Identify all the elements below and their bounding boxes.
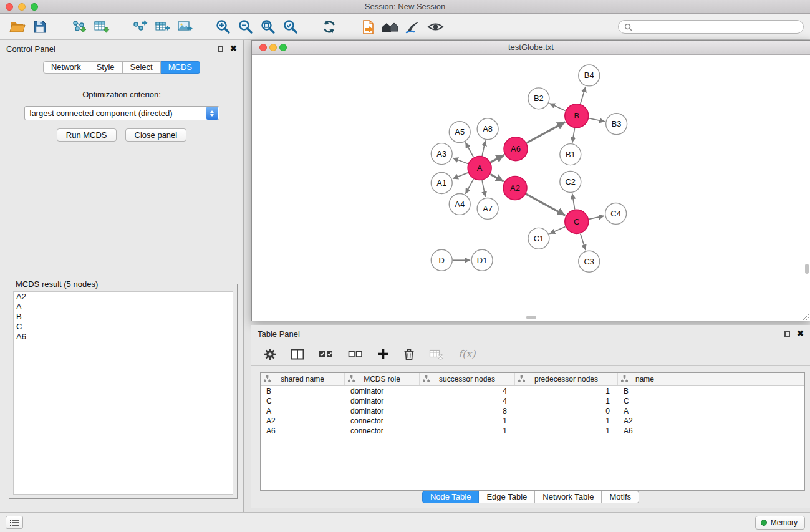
network-edge-C-C4[interactable] <box>589 216 604 219</box>
table-row[interactable]: A6connector11A6 <box>261 426 804 436</box>
column-header-shared-name[interactable]: shared name <box>261 373 345 385</box>
network-canvas[interactable]: B4B2BB3A5A8A6B1A3AC2A1A2A4A7CC4C1C3DD1 <box>252 56 810 321</box>
zoom-in-button[interactable] <box>212 16 234 37</box>
table-cell[interactable]: A6 <box>618 426 672 436</box>
zoom-window-button[interactable] <box>31 3 38 11</box>
network-node-C2[interactable]: C2 <box>560 172 581 193</box>
mcds-result-item[interactable]: B <box>14 312 233 322</box>
network-edge-A-A4[interactable] <box>465 179 473 194</box>
style-paint-button[interactable] <box>402 16 424 37</box>
network-node-B4[interactable]: B4 <box>579 65 600 86</box>
export-document-button[interactable] <box>357 16 379 37</box>
network-edge-A-A1[interactable] <box>453 173 468 179</box>
table-cell[interactable]: C <box>618 396 672 406</box>
table-cell[interactable]: A <box>618 406 672 416</box>
tab-node-table[interactable]: Node Table <box>422 491 480 503</box>
network-node-A8[interactable]: A8 <box>477 118 498 140</box>
table-row[interactable]: Bdominator41B <box>261 386 804 396</box>
delete-column-button[interactable] <box>403 348 415 360</box>
tab-style[interactable]: Style <box>89 61 123 74</box>
zoom-out-button[interactable] <box>234 16 257 37</box>
table-cell[interactable]: 0 <box>515 406 618 416</box>
network-node-C1[interactable]: C1 <box>528 228 549 249</box>
network-edge-C-C2[interactable] <box>572 193 575 209</box>
close-panel-button[interactable]: ✖ <box>230 46 237 52</box>
table-row[interactable]: Cdominator41C <box>261 396 804 406</box>
export-table-button[interactable] <box>151 16 173 37</box>
table-cell[interactable]: dominator <box>345 386 420 396</box>
tab-select[interactable]: Select <box>123 61 161 74</box>
network-edge-A-A8[interactable] <box>482 140 485 156</box>
zoom-fit-button[interactable] <box>257 16 279 37</box>
tab-edge-table[interactable]: Edge Table <box>479 491 535 503</box>
network-node-A5[interactable]: A5 <box>449 122 470 143</box>
network-node-B3[interactable]: B3 <box>606 114 627 135</box>
network-node-C4[interactable]: C4 <box>605 203 627 224</box>
criterion-select-stepper[interactable] <box>206 107 218 120</box>
zoom-selected-button[interactable] <box>279 16 302 37</box>
network-node-D1[interactable]: D1 <box>471 249 493 271</box>
table-row[interactable]: A2connector11A2 <box>261 416 804 426</box>
network-edge-C-C1[interactable] <box>549 226 565 233</box>
refresh-view-button[interactable] <box>318 16 340 37</box>
network-edge-A-A3[interactable] <box>453 158 468 163</box>
network-minimize-button[interactable] <box>269 44 277 51</box>
tab-motifs[interactable]: Motifs <box>602 491 639 503</box>
criterion-select[interactable]: largest connected component (directed) <box>24 106 219 120</box>
network-edge-A-A2[interactable] <box>491 174 504 181</box>
network-edge-B-B3[interactable] <box>589 118 605 122</box>
network-node-B[interactable]: B <box>565 104 589 128</box>
run-mcds-button[interactable]: Run MCDS <box>57 128 117 142</box>
network-node-A7[interactable]: A7 <box>477 198 498 219</box>
network-node-A[interactable]: A <box>468 157 491 180</box>
save-session-button[interactable] <box>29 16 51 37</box>
table-cell[interactable]: connector <box>345 416 420 426</box>
table-cell[interactable]: A2 <box>618 416 672 426</box>
show-panels-button[interactable] <box>6 516 23 529</box>
import-table-disabled-button[interactable] <box>429 349 444 360</box>
memory-button[interactable]: Memory <box>755 516 805 530</box>
float-table-panel-button[interactable] <box>784 331 790 337</box>
network-node-C[interactable]: C <box>565 210 589 233</box>
network-node-A6[interactable]: A6 <box>504 137 528 161</box>
close-panel-button-2[interactable]: Close panel <box>125 128 187 142</box>
table-cell[interactable]: dominator <box>345 406 420 416</box>
network-edge-A-A7[interactable] <box>482 180 485 197</box>
network-node-B2[interactable]: B2 <box>528 88 549 109</box>
horizontal-scrollbar[interactable] <box>526 316 536 319</box>
network-edge-B-B4[interactable] <box>581 87 586 104</box>
column-header-name[interactable]: name <box>618 373 672 385</box>
network-node-C3[interactable]: C3 <box>579 251 600 272</box>
table-cell[interactable]: C <box>261 396 345 406</box>
search-field[interactable] <box>618 20 804 34</box>
search-input[interactable] <box>635 22 798 31</box>
table-cell[interactable]: 1 <box>515 426 618 436</box>
resize-grip[interactable] <box>801 312 809 320</box>
mcds-result-item[interactable]: C <box>14 322 233 332</box>
network-edge-C-C3[interactable] <box>581 233 586 250</box>
export-image-button[interactable] <box>173 16 196 37</box>
show-graphics-details-button[interactable] <box>424 16 446 37</box>
import-table-button[interactable] <box>90 16 112 37</box>
table-cell[interactable]: A2 <box>261 416 345 426</box>
mcds-result-item[interactable]: A6 <box>14 332 233 342</box>
table-cell[interactable]: 4 <box>420 386 515 396</box>
network-node-B1[interactable]: B1 <box>560 144 581 165</box>
network-node-A1[interactable]: A1 <box>431 173 452 194</box>
network-edge-A-A6[interactable] <box>491 155 504 163</box>
close-window-button[interactable] <box>6 3 13 11</box>
import-network-button[interactable] <box>67 16 90 37</box>
table-cell[interactable]: A6 <box>261 426 345 436</box>
network-close-button[interactable] <box>259 44 267 51</box>
network-node-A2[interactable]: A2 <box>503 177 527 200</box>
function-builder-button[interactable]: f(x) <box>458 348 475 360</box>
mcds-result-item[interactable]: A2 <box>14 292 233 302</box>
table-row[interactable]: Adominator80A <box>261 406 804 416</box>
vertical-scrollbar[interactable] <box>805 264 809 274</box>
deselect-all-columns-button[interactable] <box>348 349 363 360</box>
table-cell[interactable]: dominator <box>345 396 420 406</box>
table-cell[interactable]: 1 <box>515 396 618 406</box>
table-cell[interactable]: connector <box>345 426 420 436</box>
network-node-D[interactable]: D <box>431 249 452 271</box>
table-cell[interactable]: 4 <box>420 396 515 406</box>
